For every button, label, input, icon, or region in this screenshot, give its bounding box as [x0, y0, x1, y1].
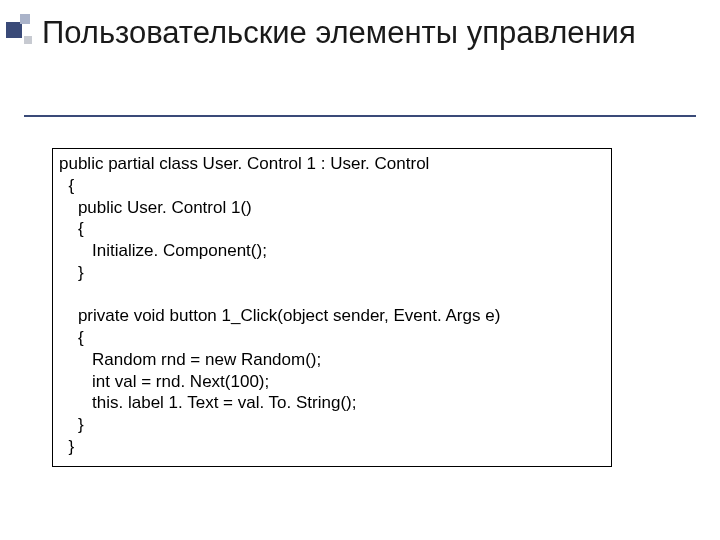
- deco-square-large: [6, 22, 22, 38]
- slide-title: Пользовательские элементы управления: [42, 14, 690, 53]
- deco-square-medium: [20, 14, 30, 24]
- code-block: public partial class User. Control 1 : U…: [52, 148, 612, 467]
- slide: Пользовательские элементы управления pub…: [0, 0, 720, 540]
- deco-square-small: [24, 36, 32, 44]
- corner-decoration: [6, 14, 40, 48]
- title-underline: [24, 115, 696, 117]
